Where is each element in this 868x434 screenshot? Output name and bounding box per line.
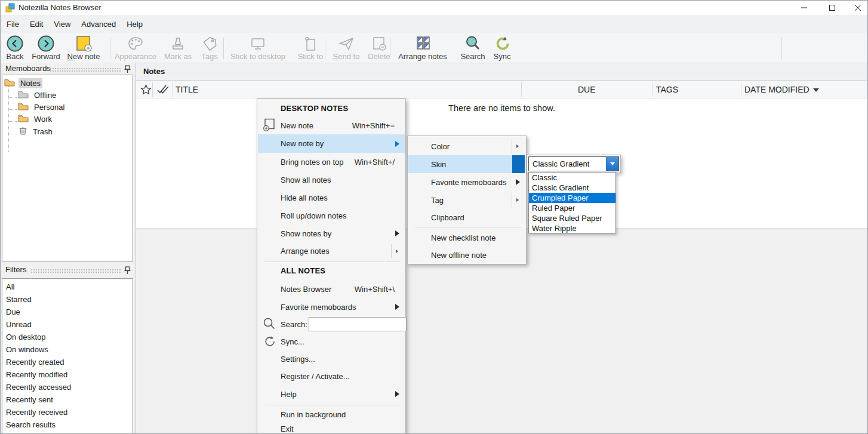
menu-item-new-note-by[interactable]: New note by bbox=[258, 134, 405, 153]
submenu-item-skin[interactable]: Skin bbox=[408, 155, 525, 173]
menu-item-help[interactable]: Help bbox=[258, 385, 405, 403]
tags-button[interactable]: Tags bbox=[198, 35, 221, 62]
menu-item-sync[interactable]: Sync... bbox=[258, 333, 405, 350]
skin-option-crumpled-paper[interactable]: Crumpled Paper bbox=[529, 193, 615, 203]
delete-button[interactable]: Delete bbox=[365, 35, 393, 62]
menu-item-show-all-notes[interactable]: Show all notes bbox=[258, 171, 405, 189]
menu-item-roll-notes[interactable]: Roll up/down notes bbox=[258, 207, 405, 224]
tab-notes[interactable]: Notes bbox=[143, 67, 165, 76]
menu-search-input[interactable] bbox=[309, 317, 407, 331]
menu-file[interactable]: File bbox=[1, 17, 24, 31]
skin-option-ruled-paper[interactable]: Ruled Paper bbox=[529, 203, 615, 213]
skin-expanded-indicator bbox=[512, 155, 525, 173]
filter-on-desktop[interactable]: On desktop bbox=[2, 331, 133, 343]
forward-icon bbox=[29, 35, 63, 53]
tree-item-work[interactable]: Work bbox=[2, 113, 133, 125]
folder-icon bbox=[18, 102, 29, 112]
star-column-icon[interactable] bbox=[140, 84, 152, 97]
new-note-icon bbox=[65, 35, 102, 53]
tree-item-personal[interactable]: Personal bbox=[2, 101, 133, 113]
menu-item-bring-notes-on-top[interactable]: Bring notes on top Win+Shift+/ bbox=[258, 153, 405, 171]
filter-unread[interactable]: Unread bbox=[2, 318, 133, 331]
menu-item-arrange-notes[interactable]: Arrange notes bbox=[258, 242, 405, 260]
tree-item-notes[interactable]: Notes bbox=[2, 77, 133, 89]
skin-option-classic-gradient[interactable]: Classic Gradient bbox=[529, 183, 615, 193]
submenu-item-new-checklist-note[interactable]: New checklist note bbox=[408, 229, 525, 247]
filter-recently-modified[interactable]: Recently modified bbox=[2, 368, 133, 381]
submenu-item-new-offline-note[interactable]: New offline note bbox=[408, 247, 525, 264]
menu-view[interactable]: View bbox=[48, 17, 76, 31]
tree-item-trash[interactable]: Trash bbox=[2, 125, 133, 137]
appearance-button[interactable]: Appearance bbox=[114, 35, 157, 62]
empty-list-message: There are no items to show. bbox=[136, 103, 867, 113]
menu-item-run-in-background[interactable]: Run in background bbox=[258, 406, 405, 423]
back-button[interactable]: Back bbox=[2, 35, 28, 62]
menu-item-exit[interactable]: Exit bbox=[258, 423, 405, 434]
arrange-notes-icon bbox=[396, 35, 450, 53]
mark-as-button[interactable]: Mark as bbox=[161, 35, 195, 62]
new-note-button[interactable]: New note bbox=[65, 35, 102, 62]
close-button[interactable] bbox=[847, 1, 868, 15]
column-date-modified[interactable]: DATE MODIFIED bbox=[744, 85, 809, 94]
menu-item-settings[interactable]: Settings... bbox=[258, 350, 405, 368]
pin-icon[interactable] bbox=[124, 65, 131, 75]
folder-icon bbox=[4, 78, 15, 88]
filter-due[interactable]: Due bbox=[2, 306, 133, 318]
filter-recently-sent[interactable]: Recently sent bbox=[2, 393, 133, 406]
send-to-button[interactable]: Send to bbox=[330, 35, 362, 62]
combobox-dropdown-button[interactable] bbox=[606, 157, 618, 171]
filter-on-windows[interactable]: On windows bbox=[2, 343, 133, 356]
tray-context-menu: DESKTOP NOTES New note Win+Shift+= New n… bbox=[257, 99, 406, 434]
skin-combobox[interactable]: Classic Gradient bbox=[528, 156, 619, 171]
filter-starred[interactable]: Starred bbox=[2, 293, 133, 306]
menu-help[interactable]: Help bbox=[121, 17, 148, 31]
arrange-notes-button[interactable]: Arrange notes bbox=[396, 35, 450, 62]
skin-combobox-value: Classic Gradient bbox=[533, 159, 589, 168]
filter-recently-accessed[interactable]: Recently accessed bbox=[2, 381, 133, 393]
menu-advanced[interactable]: Advanced bbox=[76, 17, 121, 31]
tree-item-offline[interactable]: Offline bbox=[2, 89, 133, 101]
menu-item-search[interactable]: Search: bbox=[258, 316, 405, 333]
forward-button[interactable]: Forward bbox=[29, 35, 63, 62]
menu-item-register[interactable]: Register / Activate... bbox=[258, 368, 405, 385]
submenu-item-tag[interactable]: Tag bbox=[408, 191, 525, 209]
submenu-item-clipboard[interactable]: Clipboard bbox=[408, 209, 525, 226]
search-menu-icon bbox=[262, 316, 276, 333]
menu-item-hide-all-notes[interactable]: Hide all notes bbox=[258, 189, 405, 207]
filter-recently-received[interactable]: Recently received bbox=[2, 406, 133, 418]
submenu-arrow-icon bbox=[516, 144, 519, 148]
menu-item-new-note[interactable]: New note Win+Shift+= bbox=[258, 116, 405, 134]
pin-icon[interactable] bbox=[124, 266, 131, 276]
menu-item-show-notes-by[interactable]: Show notes by bbox=[258, 224, 405, 242]
menu-item-notes-browser[interactable]: Notes Browser Win+Shift+\ bbox=[258, 280, 405, 298]
column-due[interactable]: DUE bbox=[578, 85, 596, 94]
filter-search-results[interactable]: Search results bbox=[2, 418, 133, 431]
skin-option-classic[interactable]: Classic bbox=[529, 173, 615, 183]
menu-edit[interactable]: Edit bbox=[24, 17, 48, 31]
minimize-button[interactable] bbox=[790, 1, 818, 15]
submenu-item-favorite-memoboards[interactable]: Favorite memoboards bbox=[408, 173, 525, 191]
maximize-button[interactable] bbox=[818, 1, 846, 15]
tag-icon bbox=[198, 35, 221, 53]
folder-icon bbox=[18, 114, 29, 124]
search-button[interactable]: Search bbox=[459, 35, 487, 62]
filter-all[interactable]: All bbox=[2, 281, 133, 293]
app-icon bbox=[5, 3, 15, 14]
skin-option-square-ruled-paper[interactable]: Square Ruled Paper bbox=[529, 213, 615, 223]
menu-item-favorite-memoboards[interactable]: Favorite memoboards bbox=[258, 298, 405, 316]
submenu-item-color[interactable]: Color bbox=[408, 137, 525, 155]
sync-button[interactable]: Sync bbox=[490, 35, 514, 62]
back-icon bbox=[2, 35, 28, 53]
skin-option-water-ripple[interactable]: Water Ripple bbox=[529, 223, 615, 233]
sticky-note-icon bbox=[297, 35, 324, 53]
stick-to-desktop-button[interactable]: Stick to desktop bbox=[229, 35, 287, 62]
filter-recently-created[interactable]: Recently created bbox=[2, 356, 133, 368]
check-column-icon[interactable] bbox=[156, 84, 170, 97]
column-title[interactable]: TITLE bbox=[176, 85, 198, 94]
submenu-arrow-icon bbox=[395, 141, 399, 147]
palette-icon bbox=[114, 35, 157, 53]
filters-title: Filters bbox=[5, 265, 26, 274]
new-note-menu-icon bbox=[262, 118, 276, 134]
column-tags[interactable]: TAGS bbox=[656, 85, 678, 94]
stick-to-button[interactable]: Stick to bbox=[297, 35, 324, 62]
